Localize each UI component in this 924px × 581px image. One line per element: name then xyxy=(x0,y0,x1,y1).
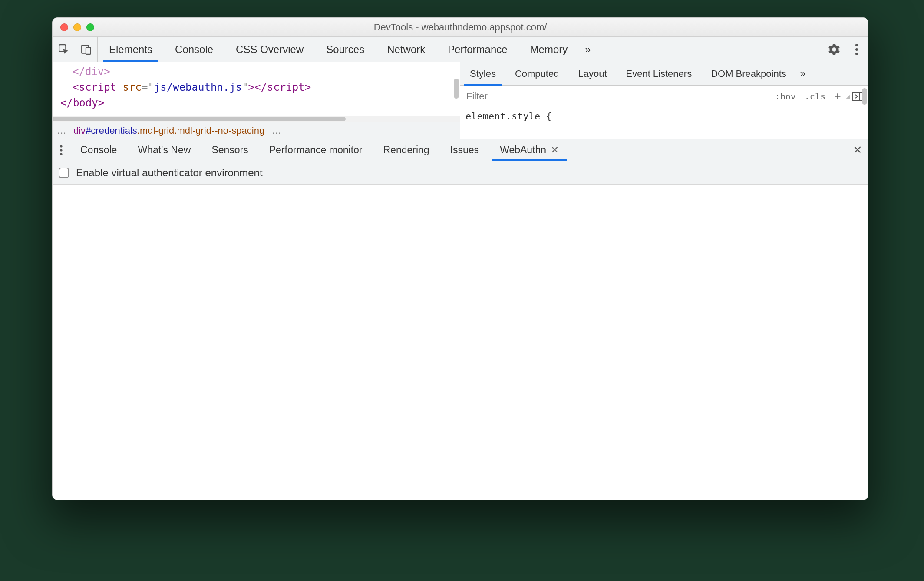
drawer-tab-rendering[interactable]: Rendering xyxy=(373,139,440,161)
drawer-tab-console[interactable]: Console xyxy=(70,139,127,161)
code-token: </body> xyxy=(60,97,104,109)
tab-css-overview[interactable]: CSS Overview xyxy=(224,37,315,62)
window-title: DevTools - webauthndemo.appspot.com/ xyxy=(53,22,868,33)
tab-sources[interactable]: Sources xyxy=(315,37,376,62)
tab-label: Elements xyxy=(109,43,152,56)
svg-rect-2 xyxy=(86,47,90,54)
tab-label: DOM Breakpoints xyxy=(711,68,786,79)
close-icon: ✕ xyxy=(853,143,862,157)
webauthn-toolbar: Enable virtual authenticator environment xyxy=(53,161,868,185)
kebab-menu-icon[interactable] xyxy=(845,37,868,62)
styles-filter-row: :hov .cls + ◢ xyxy=(460,86,868,107)
device-toggle-icon[interactable] xyxy=(75,37,98,62)
drawer-tab-whats-new[interactable]: What's New xyxy=(127,139,201,161)
breadcrumb-overflow-left[interactable]: … xyxy=(57,125,66,136)
styles-filter-input[interactable] xyxy=(460,86,771,107)
elements-tree-pane: </div> <script src="js/webauthn.js"></sc… xyxy=(53,62,460,139)
breadcrumb-overflow-right[interactable]: … xyxy=(271,125,281,136)
tabs-overflow-button[interactable]: » xyxy=(579,37,597,62)
elements-split: </div> <script src="js/webauthn.js"></sc… xyxy=(53,62,868,139)
tab-elements[interactable]: Elements xyxy=(98,37,164,62)
toggle-hover-button[interactable]: :hov xyxy=(771,91,800,102)
styles-pane: Styles Computed Layout Event Listeners D… xyxy=(460,62,868,139)
drawer-tab-issues[interactable]: Issues xyxy=(440,139,489,161)
svg-point-8 xyxy=(60,149,62,151)
drawer-tab-webauthn[interactable]: WebAuthn ✕ xyxy=(489,139,569,161)
breadcrumb-node[interactable]: div#credentials.mdl-grid.mdl-grid--no-sp… xyxy=(73,125,264,136)
chevron-double-right-icon: » xyxy=(800,68,805,79)
horizontal-scrollbar[interactable] xyxy=(53,116,460,122)
settings-icon[interactable] xyxy=(823,37,845,62)
drawer-tabs: Console What's New Sensors Performance m… xyxy=(53,139,868,161)
code-token: src xyxy=(116,81,142,93)
drawer-kebab-icon[interactable] xyxy=(53,139,70,161)
styles-rules[interactable]: element.style { xyxy=(460,107,868,139)
code-token: ipt> xyxy=(286,81,311,93)
tab-label: What's New xyxy=(138,144,191,156)
styles-subtabs: Styles Computed Layout Event Listeners D… xyxy=(460,62,868,86)
tab-label: Performance xyxy=(448,43,507,56)
tab-label: Styles xyxy=(470,68,496,79)
svg-point-7 xyxy=(60,145,62,147)
tab-label: Rendering xyxy=(383,144,429,156)
tab-label: WebAuthn xyxy=(500,144,546,156)
svg-point-9 xyxy=(60,153,62,155)
code-token: </div> xyxy=(73,66,110,78)
chevron-double-right-icon: » xyxy=(585,43,591,56)
subtab-event-listeners[interactable]: Event Listeners xyxy=(617,62,702,85)
code-token: =" xyxy=(142,81,154,93)
tab-label: CSS Overview xyxy=(236,43,304,56)
tab-label: Console xyxy=(175,43,213,56)
code-token: js/webauthn.js xyxy=(154,81,242,93)
dom-tree[interactable]: </div> <script src="js/webauthn.js"></sc… xyxy=(53,62,460,116)
toggle-classes-button[interactable]: .cls xyxy=(800,91,830,102)
subtab-styles[interactable]: Styles xyxy=(460,62,505,85)
minimize-window-button[interactable] xyxy=(73,23,81,31)
tab-label: Performance monitor xyxy=(269,144,363,156)
new-style-rule-button[interactable]: + xyxy=(830,89,845,103)
subtabs-overflow-button[interactable]: » xyxy=(796,62,810,85)
code-token: " xyxy=(242,81,248,93)
tab-label: Computed xyxy=(515,68,559,79)
subtab-layout[interactable]: Layout xyxy=(568,62,616,85)
webauthn-body xyxy=(53,185,868,500)
tab-label: Network xyxy=(387,43,425,56)
tab-label: Sources xyxy=(326,43,364,56)
tab-label: Console xyxy=(80,144,117,156)
tab-console[interactable]: Console xyxy=(164,37,224,62)
inspect-icon[interactable] xyxy=(53,37,75,62)
tab-performance[interactable]: Performance xyxy=(436,37,518,62)
code-token: <script xyxy=(73,81,116,93)
code-token: > xyxy=(248,81,254,93)
resize-handle-icon[interactable]: ◢ xyxy=(845,93,852,100)
svg-point-3 xyxy=(855,44,858,46)
window-controls xyxy=(53,23,94,31)
drawer-close-button[interactable]: ✕ xyxy=(847,139,868,161)
breadcrumb[interactable]: … div#credentials.mdl-grid.mdl-grid--no-… xyxy=(53,122,460,139)
style-rule-text: element.style { xyxy=(465,111,552,122)
titlebar: DevTools - webauthndemo.appspot.com/ xyxy=(53,18,868,37)
subtab-computed[interactable]: Computed xyxy=(505,62,569,85)
subtab-dom-breakpoints[interactable]: DOM Breakpoints xyxy=(701,62,796,85)
tab-memory[interactable]: Memory xyxy=(519,37,579,62)
vertical-scrollbar[interactable] xyxy=(454,64,459,118)
tab-label: Layout xyxy=(578,68,607,79)
code-token: </scr xyxy=(254,81,286,93)
tab-label: Sensors xyxy=(211,144,248,156)
tab-label: Event Listeners xyxy=(626,68,692,79)
main-tabs: Elements Console CSS Overview Sources Ne… xyxy=(53,37,868,62)
tab-label: Issues xyxy=(450,144,479,156)
vertical-scrollbar[interactable] xyxy=(862,88,867,114)
drawer-tab-performance-monitor[interactable]: Performance monitor xyxy=(259,139,373,161)
svg-point-4 xyxy=(855,48,858,51)
tab-network[interactable]: Network xyxy=(376,37,436,62)
close-window-button[interactable] xyxy=(60,23,68,31)
zoom-window-button[interactable] xyxy=(86,23,94,31)
close-tab-icon[interactable]: ✕ xyxy=(551,144,559,156)
svg-point-5 xyxy=(855,53,858,55)
enable-virtual-authenticator-label[interactable]: Enable virtual authenticator environment xyxy=(76,167,263,179)
enable-virtual-authenticator-checkbox[interactable] xyxy=(59,168,69,178)
devtools-window: DevTools - webauthndemo.appspot.com/ Ele… xyxy=(52,17,868,500)
drawer-tab-sensors[interactable]: Sensors xyxy=(201,139,258,161)
tab-label: Memory xyxy=(530,43,568,56)
